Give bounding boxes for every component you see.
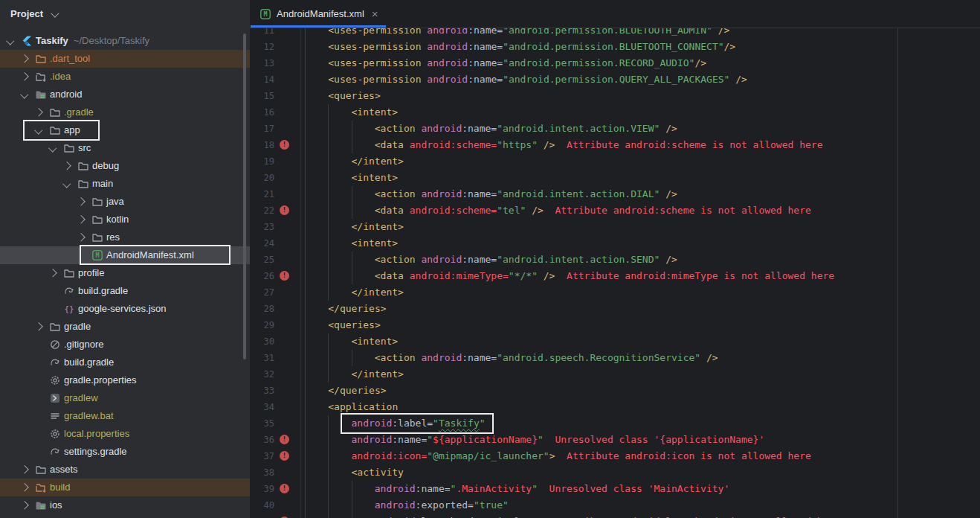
error-icon[interactable]: ! <box>280 484 289 493</box>
editor-line-32[interactable]: 32</intent> <box>250 366 980 383</box>
error-icon[interactable]: ! <box>280 435 289 444</box>
editor-line-33[interactable]: 33</queries> <box>250 383 980 399</box>
chevron-down-icon[interactable] <box>48 144 57 152</box>
chevron-right-icon[interactable] <box>48 269 57 277</box>
line-number: 17 <box>250 121 274 137</box>
editor-line-15[interactable]: 15<queries> <box>250 88 980 104</box>
chevron-right-icon[interactable] <box>77 197 85 205</box>
editor-line-39[interactable]: 39!android:name=".MainActivity" Unresolv… <box>250 481 980 497</box>
tree-item-profile[interactable]: profile <box>0 264 250 282</box>
editor-line-37[interactable]: 37!android:icon="@mipmap/ic_launcher"> A… <box>250 448 980 464</box>
editor-line-19[interactable]: 19</intent> <box>250 153 980 170</box>
tree-item-label: gradlew.bat <box>64 407 114 425</box>
chevron-right-icon[interactable] <box>20 483 28 491</box>
error-icon[interactable]: ! <box>280 451 289 461</box>
chevron-right-icon[interactable] <box>34 108 42 116</box>
editor-line-29[interactable]: 29<queries> <box>250 317 980 333</box>
tree-item-kotlin[interactable]: kotlin <box>0 211 250 228</box>
chevron-down-icon[interactable] <box>62 179 71 188</box>
editor-line-35[interactable]: 35android:label="Taskify" <box>250 415 980 432</box>
tree-item-java[interactable]: java <box>0 193 250 211</box>
editor-line-14[interactable]: 14<uses-permission android:name="android… <box>250 71 980 88</box>
chevron-right-icon[interactable] <box>20 54 28 63</box>
tree-item-gradle[interactable]: .gradle <box>0 103 250 121</box>
tree-item-android[interactable]: android <box>0 86 250 103</box>
editor-line-16[interactable]: 16<intent> <box>250 104 980 121</box>
tree-item-build-gradle[interactable]: build.gradle <box>0 282 250 300</box>
editor-line-41[interactable]: 41!android:launchMode="singleTop" Attrib… <box>250 514 980 518</box>
chevron-down-icon[interactable] <box>34 126 42 134</box>
tree-item-src[interactable]: src <box>0 139 250 157</box>
editor-line-36[interactable]: 36!android:name="${applicationName}" Unr… <box>250 432 980 448</box>
editor-line-28[interactable]: 28</queries> <box>250 301 980 317</box>
chevron-down-icon[interactable] <box>20 90 28 98</box>
chevron-right-icon[interactable] <box>20 501 28 509</box>
tree-item-gitignore[interactable]: .gitignore <box>0 336 250 354</box>
tree-item-gradlew-bat[interactable]: gradlew.bat <box>0 407 250 425</box>
editor-line-18[interactable]: 18!<data android:scheme="https" /> Attri… <box>250 137 980 153</box>
tree-item-assets[interactable]: assets <box>0 461 250 479</box>
tree-item-ios[interactable]: ios <box>0 496 250 514</box>
tree-item-res[interactable]: res <box>0 228 250 246</box>
tree-item-gradlew[interactable]: gradlew <box>0 389 250 407</box>
chevron-right-icon[interactable] <box>20 465 28 473</box>
hard-wrap-guide <box>897 28 898 518</box>
tree-item-taskify[interactable]: Taskify~/Desktop/Taskify <box>0 32 250 50</box>
chevron-right-icon[interactable] <box>77 215 85 223</box>
chevron-right-icon[interactable] <box>62 162 71 170</box>
tree-item-label: app <box>64 121 80 139</box>
project-scrollbar[interactable] <box>243 33 246 359</box>
chevron-down-icon[interactable] <box>6 36 14 45</box>
tree-item-dart-tool[interactable]: .dart_tool <box>0 50 250 68</box>
editor-line-27[interactable]: 27</intent> <box>250 284 980 301</box>
editor-line-34[interactable]: 34<application <box>250 399 980 415</box>
code-text: <queries> <box>305 317 381 333</box>
tree-item-androidmanifest-xml[interactable]: MAndroidManifest.xml <box>0 246 250 264</box>
editor-line-25[interactable]: 25<action android:name="android.intent.a… <box>250 252 980 268</box>
editor-line-40[interactable]: 40android:exported="true" <box>250 497 980 514</box>
editor-line-17[interactable]: 17<action android:name="android.intent.a… <box>250 121 980 137</box>
editor-code[interactable]: 11<uses-permission android:name="android… <box>250 0 980 518</box>
module-folder-icon <box>35 499 47 511</box>
code-text: <action android:name="android.speech.Rec… <box>305 350 718 366</box>
code-text: <action android:name="android.intent.act… <box>305 121 677 137</box>
tree-item-build-gradle[interactable]: build.gradle <box>0 354 250 371</box>
editor-line-20[interactable]: 20<intent> <box>250 170 980 186</box>
tree-item-google-services-json[interactable]: {}google-services.json <box>0 300 250 318</box>
error-icon[interactable]: ! <box>280 205 289 215</box>
tree-item-main[interactable]: main <box>0 175 250 193</box>
code-text: </intent> <box>305 366 404 383</box>
editor[interactable]: 11<uses-permission android:name="android… <box>250 0 980 518</box>
chevron-right-icon[interactable] <box>20 72 28 80</box>
editor-line-21[interactable]: 21<action android:name="android.intent.a… <box>250 186 980 202</box>
close-icon[interactable]: × <box>372 8 378 19</box>
editor-tab-bar: M AndroidManifest.xml × <box>250 0 980 28</box>
tree-item-idea[interactable]: .idea <box>0 68 250 86</box>
editor-line-23[interactable]: 23</intent> <box>250 219 980 235</box>
editor-line-26[interactable]: 26!<data android:mimeType="*/*" /> Attri… <box>250 268 980 284</box>
folder-icon <box>63 267 75 279</box>
tab-androidmanifest-xml[interactable]: M AndroidManifest.xml × <box>251 0 386 28</box>
editor-line-38[interactable]: 38<activity <box>250 464 980 481</box>
editor-line-24[interactable]: 24<intent> <box>250 235 980 252</box>
editor-line-13[interactable]: 13<uses-permission android:name="android… <box>250 55 980 71</box>
tree-item-settings-gradle[interactable]: settings.gradle <box>0 443 250 461</box>
tree-item-build[interactable]: build <box>0 479 250 496</box>
tree-item-label: main <box>92 175 113 193</box>
project-tree[interactable]: Taskify~/Desktop/Taskify.dart_tool.ideaa… <box>0 0 250 518</box>
editor-line-12[interactable]: 12<uses-permission android:name="android… <box>250 39 980 55</box>
tree-item-app[interactable]: app <box>0 121 250 139</box>
tree-item-debug[interactable]: debug <box>0 157 250 175</box>
editor-line-22[interactable]: 22!<data android:scheme="tel" /> Attribu… <box>250 202 980 219</box>
tree-item-local-properties[interactable]: local.properties <box>0 425 250 443</box>
error-icon[interactable]: ! <box>280 140 289 150</box>
chevron-right-icon[interactable] <box>34 322 42 330</box>
error-icon[interactable]: ! <box>280 271 289 281</box>
editor-line-30[interactable]: 30<intent> <box>250 333 980 350</box>
chevron-right-icon[interactable] <box>77 233 85 241</box>
folder-icon <box>91 196 103 208</box>
tree-item-gradle[interactable]: gradle <box>0 318 250 336</box>
editor-line-31[interactable]: 31<action android:name="android.speech.R… <box>250 350 980 366</box>
ignore-icon <box>49 339 61 351</box>
tree-item-gradle-properties[interactable]: gradle.properties <box>0 371 250 389</box>
